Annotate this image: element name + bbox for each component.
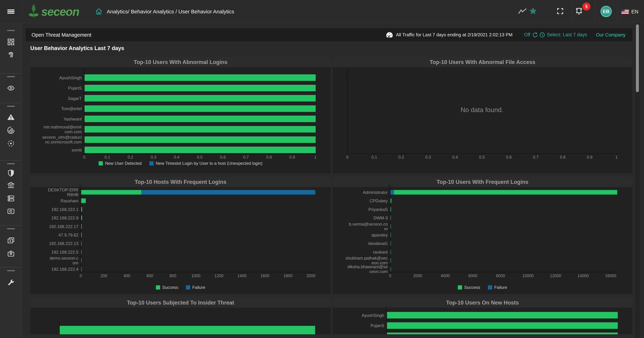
- category-label: PujanS: [344, 323, 384, 328]
- time-select-label: Select: Last 7 days: [547, 32, 587, 38]
- axis-tick-label: 200: [100, 273, 107, 278]
- bar-segment: [390, 233, 391, 237]
- tenant-select[interactable]: Our Company: [596, 32, 626, 38]
- avatar[interactable]: EB: [600, 6, 612, 17]
- axis-notch: [82, 145, 84, 145]
- auto-refresh-toggle[interactable]: Off: [524, 32, 538, 38]
- axis-tick-label: 0.2: [128, 155, 133, 160]
- sidebar-item-add-window[interactable]: [7, 236, 15, 244]
- sidebar-item-organization[interactable]: [7, 181, 15, 189]
- axis-tick-label: 2000: [413, 273, 422, 278]
- vertical-scrollbar-thumb[interactable]: [636, 24, 639, 92]
- legend-item: Failure: [488, 285, 507, 290]
- bar-row: [84, 85, 316, 91]
- sidebar-item-identity[interactable]: [7, 51, 15, 59]
- axis-notch: [79, 272, 81, 272]
- legend-label: Success: [162, 285, 178, 290]
- axis-tick-label: 0.7: [243, 155, 249, 160]
- bell-icon[interactable]: [574, 7, 584, 16]
- bar-segment: [84, 147, 316, 153]
- notification-badge[interactable]: 5: [582, 3, 590, 11]
- axis-notch: [345, 73, 347, 73]
- shield-icon: [7, 169, 15, 177]
- chart-legend: SuccessFailure: [332, 285, 632, 290]
- vertical-scrollbar-track[interactable]: [635, 23, 640, 338]
- sidebar-item-dashboard[interactable]: [7, 38, 15, 46]
- bar-row: [81, 215, 315, 220]
- bar-row: [84, 136, 316, 143]
- sidebar-item-settings[interactable]: [7, 279, 15, 286]
- axis-tick-label: 0.1: [104, 155, 110, 160]
- sidebar-divider: [0, 267, 22, 267]
- axis-tick-label: 0.3: [151, 155, 156, 160]
- bank-icon: [7, 181, 15, 189]
- sidebar-item-monitoring[interactable]: [7, 84, 15, 92]
- bar-segment: [390, 198, 392, 203]
- bar-row: [84, 126, 316, 133]
- legend-swatch: [488, 285, 492, 289]
- vault-card-icon: [7, 207, 15, 215]
- sidebar-item-toolbox[interactable]: [7, 250, 15, 257]
- x-axis: [390, 272, 617, 272]
- bar-row: [84, 105, 316, 112]
- tenant-label: Our Company: [596, 32, 626, 38]
- horizontal-scrollbar-track[interactable]: [22, 334, 644, 338]
- chart-card-5: Top-10 Users Subjected To Insider Threat…: [30, 298, 331, 338]
- language-label[interactable]: EN: [631, 9, 638, 15]
- sparkline-icon[interactable]: [518, 8, 527, 15]
- bar-segment: [84, 116, 316, 122]
- legend-label: Failure: [192, 285, 205, 290]
- legend-item: Success: [156, 285, 178, 290]
- axis-notch: [82, 103, 84, 104]
- chart-card-6: Top-10 Users On New HostsAyushSinghPujan…: [332, 298, 632, 338]
- sidebar-divider: [0, 73, 22, 74]
- category-label: PriyankaS: [346, 207, 388, 212]
- bar-row: [81, 241, 315, 246]
- category-label: demo.seceon.com: [48, 256, 78, 265]
- category-label: SagarT: [42, 96, 82, 101]
- scan-circle-icon: [7, 140, 15, 147]
- legend-label: New Timeslot Login by User to a host (Un…: [156, 161, 262, 166]
- legend-item: New Timeslot Login by User to a host (Un…: [149, 161, 262, 166]
- axis-notch: [388, 256, 390, 257]
- sidebar-item-vault[interactable]: [7, 207, 15, 215]
- chart-title: Top-10 Users With Abnormal File Access: [332, 57, 632, 67]
- sidebar-item-alerts[interactable]: [7, 113, 15, 121]
- axis-tick-label: 0.5: [479, 155, 485, 160]
- bar-row: [390, 233, 617, 237]
- sidebar-divider: [0, 160, 22, 161]
- axis-notch: [388, 231, 390, 231]
- axis-notch: [388, 272, 390, 272]
- axis-tick-label: 0.6: [506, 155, 512, 160]
- bar-row: [390, 224, 617, 229]
- bar-segment: [81, 207, 82, 212]
- sidebar-item-security[interactable]: [7, 169, 15, 177]
- bar-segment: [84, 126, 316, 133]
- category-label: 192.168.222.9: [48, 215, 78, 220]
- bar-segment: [390, 224, 391, 229]
- chart-card-1: Top-10 Users With Abnormal LoginsAyushSi…: [30, 57, 331, 174]
- time-range-select[interactable]: Select: Last 7 days: [539, 32, 587, 38]
- bar-row: [387, 322, 618, 329]
- brand-logo[interactable]: seceon: [26, 3, 79, 21]
- fullscreen-icon[interactable]: [556, 7, 564, 16]
- sidebar-item-scan[interactable]: [7, 140, 15, 147]
- bar-segment: [387, 312, 618, 318]
- sidebar-item-assets[interactable]: [7, 195, 15, 202]
- brand-name: seceon: [41, 5, 79, 18]
- axis-notch: [82, 134, 84, 135]
- dashboard-icon: [7, 38, 15, 46]
- axis-notch: [384, 307, 387, 307]
- sidebar-item-threat-radar[interactable]: [7, 126, 15, 134]
- star-icon[interactable]: [528, 7, 538, 17]
- wrench-icon: [7, 279, 15, 286]
- home-icon[interactable]: [95, 8, 103, 16]
- category-label: CPDubey: [346, 198, 388, 203]
- legend-swatch: [149, 161, 154, 165]
- flag-us-icon[interactable]: [622, 9, 629, 14]
- menu-button[interactable]: [0, 0, 22, 23]
- axis-notch: [82, 73, 84, 73]
- axis-tick-label: 0.1: [372, 155, 377, 160]
- bar-segment: [81, 258, 82, 263]
- bar-row: [387, 312, 618, 318]
